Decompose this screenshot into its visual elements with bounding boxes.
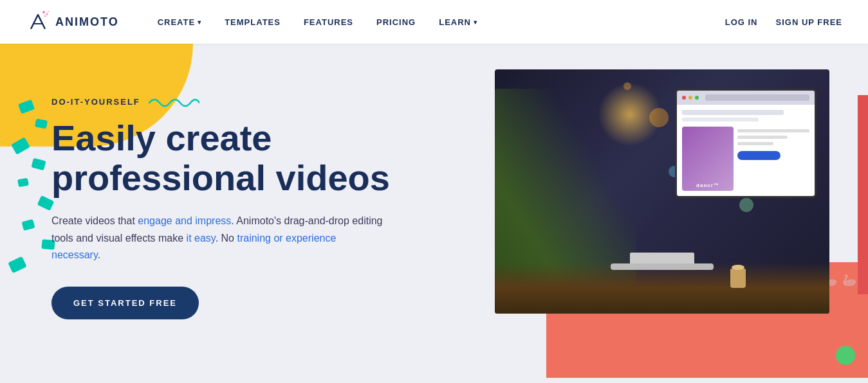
- nav-create[interactable]: CREATE ▾: [158, 17, 201, 27]
- inner-screen-label: dancr™: [696, 183, 719, 188]
- hero-title: Easily create professional videos: [51, 118, 390, 197]
- red-accent-bar: [858, 95, 868, 294]
- login-link[interactable]: LOG IN: [725, 17, 758, 27]
- learn-chevron-icon: ▾: [474, 19, 477, 26]
- bokeh-7: [739, 198, 753, 212]
- coffee-cup: [730, 269, 746, 288]
- monitor-screen: dancr™: [495, 69, 829, 314]
- svg-point-2: [44, 15, 46, 17]
- logo-link[interactable]: ANIMOTO: [26, 10, 119, 34]
- logo-icon: [26, 10, 50, 34]
- diy-label-area: DO-IT-YOURSELF: [51, 95, 390, 108]
- bokeh-1: [649, 108, 669, 127]
- monitor-base: [611, 263, 714, 270]
- nav-features[interactable]: FEATURES: [304, 17, 353, 27]
- hero-image-right: dancr™: [482, 69, 868, 378]
- hero-content-left: DO-IT-YOURSELF Easily create professiona…: [51, 82, 390, 319]
- create-chevron-icon: ▾: [198, 19, 201, 26]
- nav-templates[interactable]: TEMPLATES: [225, 17, 281, 27]
- highlight-easy: it easy: [187, 233, 216, 244]
- get-started-button[interactable]: GET STARTED FREE: [51, 287, 199, 319]
- inner-computer: dancr™: [675, 89, 817, 198]
- monitor-wrapper: dancr™: [482, 69, 868, 378]
- hero-section: DO-IT-YOURSELF Easily create professiona…: [0, 44, 868, 383]
- diy-label-text: DO-IT-YOURSELF: [51, 97, 140, 107]
- desk-surface: [495, 262, 829, 314]
- nav-links: CREATE ▾ TEMPLATES FEATURES PRICING LEAR…: [158, 17, 725, 27]
- squiggle-decoration: [148, 95, 199, 108]
- svg-point-1: [46, 13, 48, 15]
- nav-right: LOG IN SIGN UP FREE: [725, 17, 842, 27]
- green-dot-decoration: [836, 346, 855, 365]
- signup-link[interactable]: SIGN UP FREE: [775, 17, 842, 27]
- nav-learn[interactable]: LEARN ▾: [439, 17, 477, 27]
- svg-point-0: [42, 11, 45, 13]
- navbar: ANIMOTO CREATE ▾ TEMPLATES FEATURES PRIC…: [0, 0, 868, 44]
- brand-name: ANIMOTO: [55, 15, 119, 29]
- highlight-engage: engage and impress: [138, 215, 231, 226]
- hero-description: Create videos that engage and impress. A…: [51, 213, 386, 263]
- svg-point-3: [48, 11, 49, 12]
- nav-pricing[interactable]: PRICING: [376, 17, 416, 27]
